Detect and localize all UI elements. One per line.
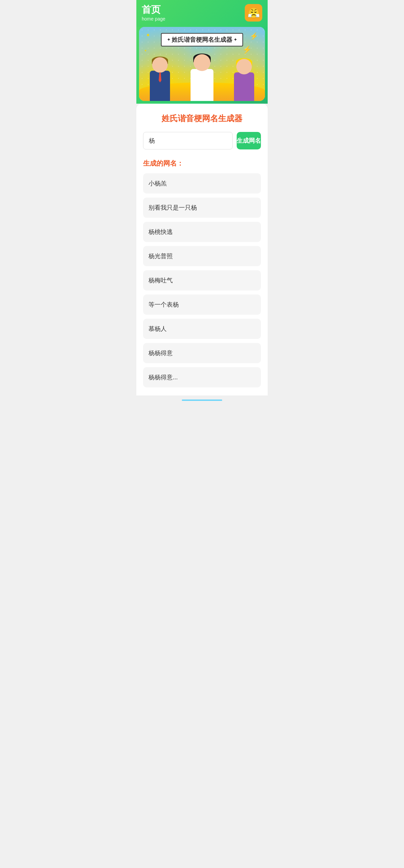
banner: ✦ ⚡ ✦ ⚡ 姓氏谐音梗网名生成器 (136, 27, 268, 104)
result-item[interactable]: 杨杨得意 (143, 343, 261, 363)
char3-body (234, 72, 254, 101)
header: 首页 home page 😤 (136, 0, 268, 27)
sparkle-2: ⚡ (250, 32, 258, 40)
results-label: 生成的网名： (143, 159, 261, 168)
character-center (187, 54, 217, 101)
input-row: 生成网名 (143, 132, 261, 149)
character-business-man (145, 54, 175, 101)
surname-input[interactable] (143, 132, 232, 149)
result-item[interactable]: 杨杨得意... (143, 367, 261, 388)
banner-inner: ✦ ⚡ ✦ ⚡ 姓氏谐音梗网名生成器 (139, 27, 265, 101)
page-title: 姓氏谐音梗网名生成器 (143, 113, 261, 124)
result-item[interactable]: 杨光普照 (143, 246, 261, 266)
generate-button[interactable]: 生成网名 (237, 132, 261, 149)
char2-body (191, 69, 213, 101)
bottom-bar (136, 396, 268, 405)
banner-characters (139, 47, 265, 101)
result-list: 小杨羔别看我只是一只杨杨桃快逃杨光普照杨梅吐气等一个表杨慕杨人杨杨得意杨杨得意.… (143, 173, 261, 388)
scroll-indicator (182, 400, 222, 401)
main-content: 姓氏谐音梗网名生成器 生成网名 生成的网名： 小杨羔别看我只是一只杨杨桃快逃杨光… (136, 104, 268, 396)
char1-tie (158, 72, 162, 83)
char1-head (152, 57, 168, 73)
char3-head (236, 59, 252, 74)
character-blonde (229, 54, 259, 101)
app-icon: 😤 (245, 4, 262, 22)
result-item[interactable]: 慕杨人 (143, 319, 261, 339)
char2-head (194, 54, 210, 71)
result-item[interactable]: 杨桃快逃 (143, 222, 261, 242)
sparkle-1: ✦ (146, 32, 150, 38)
char1-body (150, 71, 170, 101)
result-item[interactable]: 杨梅吐气 (143, 270, 261, 290)
header-title-zh: 首页 (142, 4, 262, 16)
result-item[interactable]: 小杨羔 (143, 173, 261, 193)
header-title-en: home page (142, 16, 262, 22)
result-item[interactable]: 等一个表杨 (143, 294, 261, 315)
banner-title: 姓氏谐音梗网名生成器 (161, 33, 243, 46)
result-item[interactable]: 别看我只是一只杨 (143, 197, 261, 218)
